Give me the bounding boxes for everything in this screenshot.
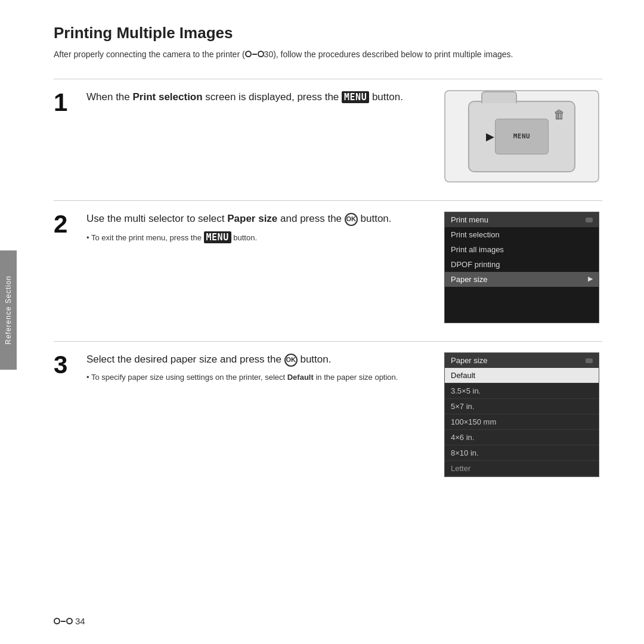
paper-size-3x5: 3.5×5 in. bbox=[445, 383, 599, 399]
print-menu-item-dpof: DPOF printing bbox=[445, 257, 599, 272]
step-1-image: 🗑 MENU bbox=[441, 90, 602, 182]
step-2-title: Use the multi selector to select Paper s… bbox=[86, 212, 429, 226]
footer-page: 34 bbox=[75, 616, 85, 626]
footer: 34 bbox=[54, 616, 85, 626]
print-menu: Print menu Print selection Print all ima… bbox=[444, 212, 599, 323]
camera-top-bump bbox=[481, 91, 517, 103]
step-1: 1 When the Print selection screen is dis… bbox=[54, 79, 602, 182]
step-3-image: Paper size Default 3.5×5 in. 5×7 in. 100… bbox=[441, 352, 602, 477]
step-1-number: 1 bbox=[54, 90, 86, 182]
step-1-content: When the Print selection screen is displ… bbox=[86, 90, 441, 182]
step-2-image: Print menu Print selection Print all ima… bbox=[441, 212, 602, 323]
step-3-number: 3 bbox=[54, 352, 86, 477]
paper-menu-dot bbox=[586, 358, 593, 363]
paper-size-5x7: 5×7 in. bbox=[445, 399, 599, 414]
camera-illustration: 🗑 MENU bbox=[444, 90, 599, 182]
step-3-content: Select the desired paper size and press … bbox=[86, 352, 441, 477]
print-menu-dot bbox=[586, 218, 593, 222]
step-2: 2 Use the multi selector to select Paper… bbox=[54, 200, 602, 323]
print-menu-item-selection: Print selection bbox=[445, 227, 599, 242]
menu-btn-label: MENU bbox=[513, 132, 531, 140]
page-title: Printing Multiple Images bbox=[54, 24, 602, 42]
sidebar-label: Reference Section bbox=[4, 275, 13, 345]
step-3-title: Select the desired paper size and press … bbox=[86, 352, 429, 367]
print-menu-item-all: Print all images bbox=[445, 242, 599, 257]
paper-size-100x150: 100×150 mm bbox=[445, 414, 599, 430]
arrow-indicator bbox=[482, 132, 494, 141]
paper-size-letter: Letter bbox=[445, 461, 599, 476]
step-2-number: 2 bbox=[54, 212, 86, 323]
print-menu-empty bbox=[445, 287, 599, 323]
print-menu-title: Print menu bbox=[451, 215, 488, 224]
step-2-content: Use the multi selector to select Paper s… bbox=[86, 212, 441, 323]
intro-text: After properly connecting the camera to … bbox=[54, 48, 602, 61]
page: Reference Section Printing Multiple Imag… bbox=[0, 0, 644, 644]
paper-size-8x10: 8×10 in. bbox=[445, 445, 599, 461]
sidebar-tab: Reference Section bbox=[0, 250, 17, 370]
trash-icon: 🗑 bbox=[553, 108, 565, 122]
footer-icon bbox=[54, 618, 73, 624]
print-menu-header: Print menu bbox=[445, 212, 599, 227]
paper-menu-title: Paper size bbox=[451, 356, 487, 365]
menu-button-area: MENU bbox=[495, 119, 549, 154]
print-menu-item-paper: Paper size bbox=[445, 272, 599, 287]
paper-size-default: Default bbox=[445, 368, 599, 383]
step-3: 3 Select the desired paper size and pres… bbox=[54, 341, 602, 477]
step-1-title: When the Print selection screen is displ… bbox=[86, 90, 429, 104]
step-3-note: To specify paper size using settings on … bbox=[86, 371, 429, 383]
paper-size-4x6: 4×6 in. bbox=[445, 430, 599, 445]
paper-menu-header: Paper size bbox=[445, 353, 599, 368]
paper-menu: Paper size Default 3.5×5 in. 5×7 in. 100… bbox=[444, 352, 599, 477]
camera-body: 🗑 MENU bbox=[468, 101, 575, 172]
step-2-note: To exit the print menu, press the MENU b… bbox=[86, 231, 429, 244]
